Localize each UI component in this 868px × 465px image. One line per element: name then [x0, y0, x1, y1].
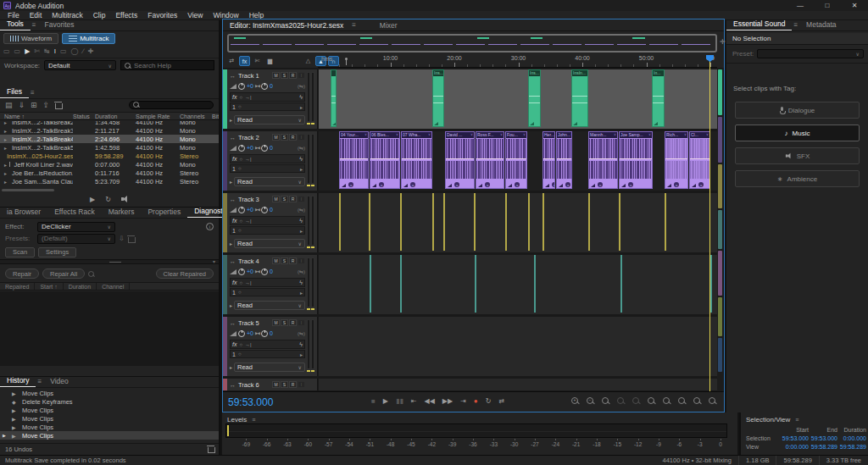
column-sample-rate[interactable]: Sample Rate [136, 113, 180, 119]
audio-clip-music[interactable]: Rich...∨a [665, 131, 688, 189]
volume-value[interactable]: +0 [247, 207, 253, 213]
playhead-line[interactable] [709, 55, 710, 391]
pan-knob[interactable] [261, 83, 268, 90]
audio-clip-music[interactable]: 07 Wha...∨a [401, 131, 432, 189]
text-tool-icon[interactable]: I [54, 47, 56, 55]
clear-repaired-button[interactable]: Clear Repaired [156, 268, 214, 279]
fast-forward-button[interactable]: ▶▶ [442, 397, 453, 405]
marquee-tool-icon[interactable]: ▭ [3, 47, 10, 55]
files-panel-menu-icon[interactable]: ≡ [29, 87, 36, 98]
track-name[interactable]: Track 5 [238, 319, 259, 327]
tab-favorites[interactable]: Favorites [38, 19, 81, 30]
sv-value[interactable]: 59:58.289 [837, 444, 866, 450]
open-file-icon[interactable]: ▤ [5, 101, 13, 109]
volume-knob[interactable] [238, 83, 245, 90]
automation-mode-select[interactable]: Read∨ [234, 177, 305, 186]
presets-select[interactable]: (Default)∨ [37, 234, 115, 244]
diagnostics-column-duration[interactable]: Duration [64, 283, 97, 290]
pan-value[interactable]: 0 [270, 145, 273, 151]
expand-arrow-icon[interactable]: ▸ [300, 228, 303, 234]
tab-ia-browser[interactable]: ia Browser [0, 206, 47, 218]
tab-markers[interactable]: Markers [102, 206, 142, 218]
metronome-icon[interactable]: △ [303, 56, 314, 66]
diagnostics-column-start[interactable]: Start ↑ [35, 283, 63, 290]
history-panel-menu-icon[interactable]: ≡ [36, 376, 43, 387]
input-power-icon[interactable]: ○ [238, 228, 242, 233]
expander-icon[interactable]: ▸ [4, 121, 7, 125]
arm-record-button[interactable]: R [289, 381, 297, 388]
tab-mixer[interactable]: Mixer [373, 19, 404, 31]
pan-overview-icon[interactable]: ✛ [720, 38, 726, 46]
automation-mode-select[interactable]: Read∨ [234, 239, 305, 248]
file-row[interactable]: ▸InsImX...2-TalkBreak3.wav2:11.21744100 … [0, 126, 219, 135]
input-power-icon[interactable]: ○ [238, 166, 242, 171]
loop-playback-button[interactable]: ↻ [486, 397, 492, 405]
audio-clip-music[interactable]: Mannh...∨a [588, 131, 618, 189]
go-to-end-button[interactable]: ⇥ [460, 397, 466, 405]
tab-essential-sound[interactable]: Essential Sound [726, 18, 792, 30]
input-monitor-button[interactable]: I [298, 196, 305, 202]
expand-arrow-icon[interactable]: ▸ [300, 166, 303, 172]
timeline-ruler[interactable]: hms 10:0020:0030:0040:0050:001:0 [318, 54, 717, 68]
sv-value[interactable]: 0:00.000 [780, 444, 809, 450]
track-lane[interactable]: Ins...Ins...InsIn...In... [319, 69, 717, 129]
input-monitor-button[interactable]: I [298, 134, 305, 141]
tab-tools[interactable]: Tools [0, 18, 31, 30]
volume-value[interactable]: +0 [247, 268, 253, 274]
vertical-track-navigator[interactable] [717, 69, 723, 391]
help-search-field[interactable] [120, 60, 214, 70]
audio-clip-green[interactable]: In... [652, 69, 665, 127]
automation-expander-icon[interactable]: ▸ [230, 302, 232, 308]
maximize-button[interactable]: □ [814, 2, 841, 9]
zoom-in-point-button[interactable] [693, 397, 702, 406]
mute-button[interactable]: M [272, 319, 280, 326]
automation-expander-icon[interactable]: ▸ [230, 241, 232, 246]
solo-button[interactable]: S [281, 319, 288, 326]
menu-item-view[interactable]: View [182, 11, 208, 19]
audio-clip-music[interactable]: Ross F...∨a [476, 131, 504, 189]
zoom-in-time-button[interactable] [602, 397, 610, 406]
input-power-icon[interactable]: ○ [238, 104, 242, 109]
clip-gain-icon[interactable]: ▆ [264, 56, 275, 66]
sv-value[interactable]: 59:53.000 [780, 435, 809, 441]
input-monitor-button[interactable]: I [298, 72, 305, 79]
import-file-icon[interactable]: ⇓ [19, 101, 25, 109]
expand-arrow-icon[interactable]: ▸ [300, 290, 303, 296]
ruler-unit-label[interactable]: hms [321, 56, 332, 62]
repair-button[interactable]: Repair [5, 268, 39, 279]
play-button[interactable]: ▶ [383, 397, 388, 405]
audio-clip-music[interactable]: Fou...∨a [505, 131, 527, 189]
audio-clip-green[interactable]: Ins... [528, 69, 541, 127]
move-tool-icon[interactable]: ▶ [25, 47, 30, 55]
pan-knob[interactable] [261, 330, 268, 337]
repair-all-button[interactable]: Repair All [42, 268, 85, 279]
volume-value[interactable]: +0 [247, 83, 253, 89]
short-clip-marker[interactable] [400, 193, 402, 251]
essential-sound-menu-icon[interactable]: ≡ [792, 19, 799, 30]
pause-button[interactable]: ▮▮ [396, 397, 403, 405]
short-clip-marker[interactable] [620, 255, 622, 313]
arm-record-button[interactable]: R [289, 72, 297, 79]
save-preset-icon[interactable]: ⇩ [119, 235, 125, 242]
tab-files[interactable]: Files [0, 86, 29, 98]
diagnostics-column-repaired[interactable]: Repaired [0, 283, 35, 290]
sv-value[interactable]: 59:58.289 [809, 444, 837, 450]
current-time-display[interactable]: 59:53.000 [228, 396, 273, 408]
tab-properties[interactable]: Properties [141, 206, 187, 218]
automation-expander-icon[interactable]: ▸ [230, 179, 232, 185]
rect-select-tool-icon[interactable]: ▭ [60, 47, 67, 55]
automation-expander-icon[interactable]: ▸ [230, 117, 232, 123]
track-name[interactable]: Track 1 [238, 72, 259, 80]
effect-select[interactable]: DeClicker∨ [37, 222, 115, 232]
zoom-out-button[interactable]: − [587, 397, 595, 406]
tab-history[interactable]: History [0, 374, 36, 387]
history-item[interactable]: ▶Move Clips [0, 414, 219, 423]
short-clip-marker[interactable] [474, 193, 476, 251]
automation-mode-select[interactable]: Read∨ [234, 363, 305, 372]
zoom-in-button[interactable]: + [571, 397, 580, 406]
column-status[interactable]: Status [73, 113, 95, 119]
expand-arrow-icon[interactable]: ▸ [300, 104, 303, 110]
files-column-header[interactable]: Name ↑ Status Duration Sample Rate Chann… [0, 112, 219, 120]
help-search-input[interactable] [134, 62, 210, 69]
preview-autoplay-button[interactable] [121, 196, 129, 202]
